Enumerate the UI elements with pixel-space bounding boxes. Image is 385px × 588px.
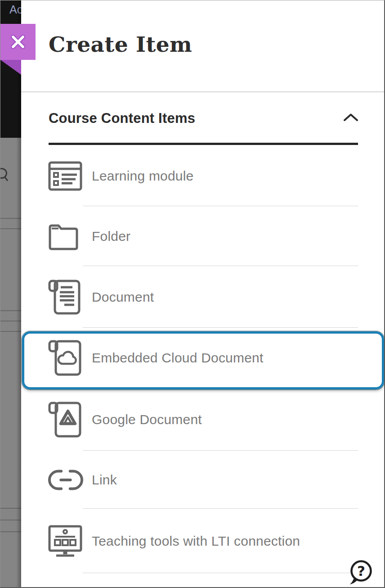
lti-tools-icon: [48, 525, 83, 558]
folder-icon: [48, 222, 83, 250]
document-icon: [48, 280, 83, 315]
item-label: Embedded Cloud Document: [92, 350, 264, 366]
item-label: Folder: [92, 229, 130, 244]
list-item-document[interactable]: Document: [21, 266, 385, 328]
create-item-panel: Create Item Course Content Items: [21, 0, 385, 588]
google-document-icon: [48, 402, 83, 438]
backdrop-page-sliver: Ac: [0, 0, 21, 587]
item-label: Learning module: [92, 168, 194, 184]
list-item-embedded-cloud-document[interactable]: Embedded Cloud Document: [21, 328, 385, 388]
cloud-document-icon: [48, 340, 83, 376]
section-course-content-items[interactable]: Course Content Items: [21, 108, 385, 128]
section-label: Course Content Items: [49, 110, 195, 127]
help-button[interactable]: ?: [348, 560, 373, 585]
row-divider: [83, 573, 358, 574]
item-label: Document: [92, 289, 154, 305]
link-icon: [48, 469, 83, 491]
list-item-google-document[interactable]: Google Document: [21, 388, 385, 451]
search-icon: [0, 166, 9, 185]
chevron-up-icon[interactable]: [343, 113, 358, 122]
item-label: Teaching tools with LTI connection: [92, 534, 300, 549]
page-title: Create Item: [49, 32, 192, 57]
question-mark-glyph: ?: [357, 563, 365, 579]
close-button[interactable]: [0, 24, 36, 60]
item-label: Google Document: [92, 412, 202, 427]
section-underline: [49, 143, 358, 145]
create-item-screen: Ac Create Item Course Content Items: [0, 0, 385, 588]
panel-drop-shadow: [16, 0, 21, 587]
item-label: Link: [92, 472, 117, 488]
close-icon: [8, 32, 28, 52]
list-item-lti-tools[interactable]: Teaching tools with LTI connection: [21, 509, 385, 573]
list-item-learning-module[interactable]: Learning module: [21, 145, 385, 206]
learning-module-icon: [48, 161, 83, 191]
list-item-link[interactable]: Link: [21, 451, 385, 509]
list-item-folder[interactable]: Folder: [21, 206, 385, 266]
title-divider: [21, 91, 385, 92]
